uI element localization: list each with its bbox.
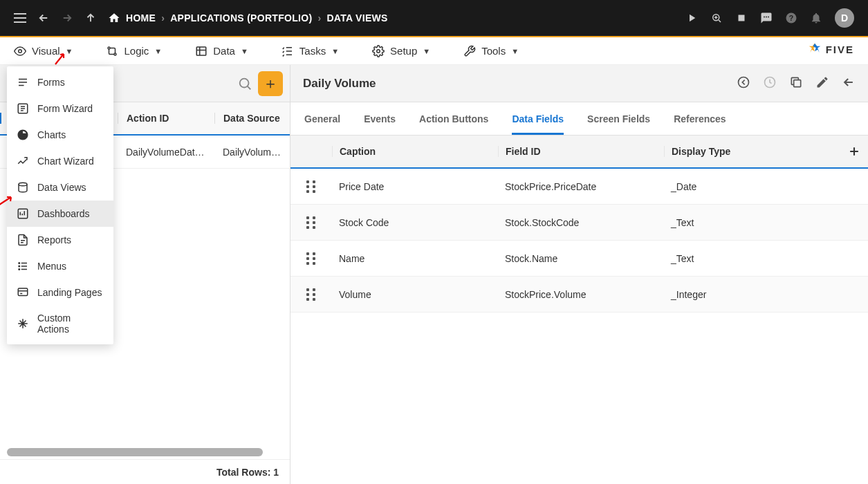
- svg-rect-22: [18, 288, 28, 296]
- field-row[interactable]: Stock CodeStock.StockCode_Text: [290, 205, 868, 241]
- svg-point-4: [768, 17, 769, 18]
- avatar[interactable]: D: [835, 8, 854, 28]
- edit-icon[interactable]: [815, 75, 829, 91]
- tab-data-fields[interactable]: Data Fields: [512, 104, 564, 134]
- dropdown-item[interactable]: Dashboards: [7, 201, 113, 227]
- cell-field-id: StockPrice.PriceDate: [498, 181, 664, 192]
- menu-data[interactable]: Data▼: [195, 45, 248, 57]
- drag-handle-icon[interactable]: [306, 216, 316, 229]
- brand-logo: FIVE: [808, 42, 854, 56]
- help-icon[interactable]: ?: [785, 12, 797, 24]
- chevron-right-icon: ›: [161, 12, 165, 24]
- forward-button[interactable]: [61, 12, 73, 24]
- menu-setup[interactable]: Setup▼: [372, 45, 430, 57]
- svg-rect-15: [794, 80, 801, 87]
- list-footer: Total Rows: 1: [0, 459, 290, 484]
- svg-text:?: ?: [789, 14, 793, 22]
- copy-icon[interactable]: [789, 75, 803, 91]
- annotation-arrow-icon: [0, 195, 14, 206]
- col-caption[interactable]: Caption: [332, 146, 498, 157]
- play-icon[interactable]: [685, 12, 698, 24]
- col-action-id[interactable]: Action ID: [118, 113, 214, 124]
- inspect-icon[interactable]: [710, 12, 723, 24]
- menu-tasks[interactable]: Tasks▼: [281, 45, 339, 57]
- up-button[interactable]: [84, 12, 97, 24]
- cell-data-source: DailyVolumeQ: [214, 147, 290, 158]
- svg-point-11: [377, 49, 380, 53]
- cell-action-id: DailyVolumeData…: [118, 147, 214, 158]
- svg-point-8: [108, 47, 110, 49]
- tab-events[interactable]: Events: [364, 104, 396, 134]
- cell-caption: Volume: [332, 289, 498, 300]
- drag-handle-icon[interactable]: [306, 288, 316, 301]
- breadcrumb: HOME › APPLICATIONS (PORTFOLIO) › DATA V…: [108, 12, 388, 24]
- tab-general[interactable]: General: [304, 104, 340, 134]
- col-data-source[interactable]: Data Source: [214, 113, 290, 124]
- cell-display-type: _Text: [664, 217, 823, 228]
- cell-caption: Name: [332, 253, 498, 264]
- svg-point-19: [19, 263, 20, 264]
- breadcrumb-apps[interactable]: APPLICATIONS (PORTFOLIO): [170, 12, 312, 24]
- dropdown-item[interactable]: Menus: [7, 253, 113, 279]
- cell-caption: Price Date: [332, 181, 498, 192]
- svg-point-7: [19, 49, 22, 53]
- horizontal-scrollbar[interactable]: [7, 448, 263, 456]
- tab-action-buttons[interactable]: Action Buttons: [419, 104, 488, 134]
- menu-icon[interactable]: [14, 13, 26, 23]
- field-row[interactable]: Price DateStockPrice.PriceDate_Date: [290, 169, 868, 205]
- field-row[interactable]: NameStock.Name_Text: [290, 241, 868, 277]
- field-row[interactable]: VolumeStockPrice.Volume_Integer: [290, 277, 868, 313]
- chat-icon[interactable]: [760, 12, 773, 24]
- drag-handle-icon[interactable]: [306, 252, 316, 265]
- dropdown-item[interactable]: Reports: [7, 227, 113, 253]
- home-icon: [108, 12, 120, 24]
- breadcrumb-home[interactable]: HOME: [126, 12, 156, 24]
- svg-point-9: [114, 53, 116, 55]
- annotation-arrow-icon: [54, 52, 66, 66]
- dropdown-item[interactable]: Forms: [7, 69, 113, 95]
- back-button[interactable]: [37, 12, 50, 24]
- five-logo-icon: [808, 42, 822, 56]
- svg-point-12: [240, 78, 249, 87]
- cell-field-id: Stock.StockCode: [498, 217, 664, 228]
- bell-icon[interactable]: [810, 12, 822, 24]
- history-icon[interactable]: [763, 75, 777, 91]
- dropdown-item[interactable]: Chart Wizard: [7, 148, 113, 174]
- svg-point-20: [19, 266, 20, 267]
- stop-icon[interactable]: [735, 12, 748, 24]
- dropdown-item[interactable]: Form Wizard: [7, 95, 113, 122]
- menubar: Visual▼ Logic▼ Data▼ Tasks▼ Setup▼ Tools…: [0, 37, 868, 65]
- cell-display-type: _Integer: [664, 289, 823, 300]
- svg-point-13: [739, 77, 749, 88]
- svg-point-21: [19, 269, 20, 270]
- tab-references[interactable]: References: [674, 104, 726, 134]
- menu-logic[interactable]: Logic▼: [106, 45, 162, 57]
- detail-panel: Daily Volume General Events Action Butto…: [290, 65, 868, 484]
- cell-display-type: _Date: [664, 181, 823, 192]
- detail-title: Daily Volume: [303, 77, 737, 91]
- tab-screen-fields[interactable]: Screen Fields: [587, 104, 650, 134]
- add-field-icon[interactable]: [847, 145, 861, 158]
- fields-header-row: Caption Field ID Display Type: [290, 136, 868, 169]
- dropdown-item[interactable]: Landing Pages: [7, 279, 113, 306]
- panel-back-icon[interactable]: [842, 75, 856, 91]
- col-display-type[interactable]: Display Type: [664, 146, 823, 157]
- dropdown-item[interactable]: Data Views: [7, 174, 113, 201]
- svg-rect-1: [739, 15, 745, 21]
- app-header: HOME › APPLICATIONS (PORTFOLIO) › DATA V…: [0, 0, 868, 37]
- search-icon[interactable]: [237, 76, 252, 91]
- cell-display-type: _Text: [664, 253, 823, 264]
- dropdown-item[interactable]: Charts: [7, 122, 113, 148]
- back-circle-icon[interactable]: [737, 75, 750, 91]
- col-field-id[interactable]: Field ID: [498, 146, 664, 157]
- svg-rect-10: [196, 47, 206, 55]
- svg-point-17: [19, 183, 27, 186]
- cell-caption: Stock Code: [332, 217, 498, 228]
- add-button[interactable]: ＋: [258, 71, 283, 96]
- chevron-right-icon: ›: [317, 12, 321, 24]
- menu-tools[interactable]: Tools▼: [463, 45, 519, 57]
- drag-handle-icon[interactable]: [306, 180, 316, 193]
- svg-point-2: [764, 17, 765, 18]
- breadcrumb-dataviews[interactable]: DATA VIEWS: [326, 12, 387, 24]
- dropdown-item[interactable]: Custom Actions: [7, 306, 113, 342]
